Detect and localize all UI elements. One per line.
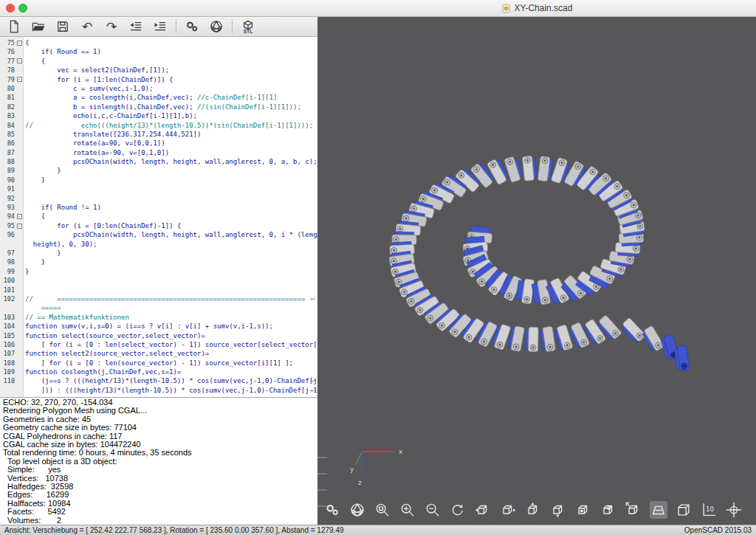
editor-line[interactable]: 90 } (0, 176, 317, 184)
editor-line[interactable]: 105function select(source_vector,select_… (0, 331, 317, 340)
scale-icon: 10 (701, 502, 717, 518)
code-editor[interactable]: 75-{76 if( Round == 1)77- {78 vec = sele… (0, 37, 317, 397)
editor-line[interactable]: 91 (0, 184, 317, 193)
orthogonal-button[interactable] (675, 501, 693, 519)
svg-text:z: z (358, 479, 362, 486)
open-file-button[interactable] (30, 18, 47, 35)
code-text (23, 286, 317, 294)
editor-line[interactable]: 83 echo(i,c,c-ChainDef[i-1][1],b); (0, 111, 317, 120)
code-text: pcsOChain(width, length, height, wall,an… (23, 157, 317, 166)
cube-right-icon (500, 502, 516, 518)
view-diagonal-button[interactable] (625, 501, 642, 519)
editor-line[interactable]: 103// == Mathematikfunktionen (0, 313, 317, 322)
save-button[interactable] (54, 18, 72, 35)
3d-viewport[interactable]: xyz 10 (317, 16, 756, 525)
redo-button[interactable]: ↷ (103, 18, 120, 35)
undo-button[interactable]: ↶ (78, 18, 96, 35)
zoom-in-button[interactable] (399, 501, 416, 519)
editor-line[interactable]: 92 (0, 194, 317, 203)
editor-line[interactable]: 101 (0, 286, 317, 294)
editor-line[interactable]: 77- { (0, 57, 317, 66)
console-panel[interactable]: ECHO: 32, 270, 270, -154.034Rendering Po… (0, 397, 317, 525)
view-top-button[interactable] (524, 501, 542, 519)
editor-line[interactable]: 107function select2(source_vector,select… (0, 349, 317, 358)
save-icon (55, 19, 70, 34)
editor-line[interactable]: 110 (j==s ? (((height/13)*(length-10.5))… (0, 376, 317, 385)
cube-top-icon (525, 502, 541, 518)
zoom-button[interactable] (18, 4, 27, 13)
editor-line[interactable]: 79- for (i = [1:len(ChainDef)]) { (0, 75, 317, 84)
editor-line[interactable]: 98 } (0, 258, 317, 266)
zoom-all-button[interactable] (374, 501, 391, 519)
render-button[interactable] (207, 18, 225, 35)
view-left-button[interactable] (474, 501, 492, 519)
gears-icon (324, 502, 340, 518)
undo-icon: ↶ (82, 19, 92, 34)
line-number-gutter: 89 (0, 166, 23, 175)
editor-line[interactable]: 85 translate([236.317,254.444,521]) (0, 130, 317, 139)
reset-view-button[interactable] (449, 501, 467, 519)
indent-button[interactable] (151, 18, 169, 35)
export-stl-button[interactable]: STL (239, 18, 257, 35)
editor-line[interactable]: 95- for (i = [0:len(ChainDef)-1]) { (0, 221, 317, 230)
unindent-button[interactable] (127, 18, 145, 35)
editor-line[interactable]: 99} (0, 267, 317, 276)
editor-line[interactable]: 80 c = sumv(vec,i-1,0); (0, 84, 317, 93)
perspective-button[interactable] (650, 501, 667, 519)
fold-marker-icon[interactable]: - (17, 58, 22, 63)
editor-line[interactable]: 93 if( Round != 1) (0, 203, 317, 212)
editor-line[interactable]: 100 (0, 276, 317, 285)
editor-line[interactable]: 81 a = coslength(i,ChainDef,vec); //c-Ch… (0, 93, 317, 102)
line-number-gutter: 104 (0, 322, 23, 331)
view-front-button[interactable] (574, 501, 592, 519)
code-text: translate([236.317,254.444,521]) (23, 130, 317, 139)
new-file-button[interactable] (5, 18, 23, 35)
editor-line[interactable]: 84// echo(((height/13)*(length-10.5))*(s… (0, 121, 317, 130)
line-wrap-icon: ↵ (310, 386, 316, 395)
fold-marker-icon[interactable]: - (17, 224, 22, 229)
line-number-gutter: 93 (0, 203, 23, 212)
code-text: for (i = [0:len(ChainDef)-1]) { (23, 221, 317, 230)
preview-button[interactable] (323, 501, 341, 519)
window-title: XY-Chain.scad (515, 3, 573, 13)
editor-line[interactable]: 78 vec = select2(ChainDef,[1]); (0, 66, 317, 75)
fold-marker-icon[interactable]: - (17, 214, 22, 219)
editor-line[interactable]: 97 } (0, 249, 317, 258)
editor-line[interactable]: 88 pcsOChain(width, length, height, wall… (0, 157, 317, 166)
view-back-button[interactable] (599, 501, 617, 519)
editor-line[interactable]: 75-{ (0, 38, 317, 47)
editor-line[interactable]: 82 b = sinlength(i,ChainDef,vec); //(sin… (0, 103, 317, 111)
editor-line[interactable]: 106 [ for (i = [0 : len(select_vector) -… (0, 340, 317, 349)
new-icon (7, 19, 21, 34)
line-number-gutter: 90 (0, 176, 23, 184)
editor-line[interactable]: 96 pcsOChain(width, length, height, wall… (0, 230, 317, 239)
editor-line[interactable]: 104function sumv(v,i,s=0) = (i==s ? v[i]… (0, 322, 317, 331)
preview-button[interactable] (183, 18, 201, 35)
editor-line[interactable]: ===== (0, 303, 317, 312)
editor-line[interactable]: 76 if( Round == 1) (0, 47, 317, 56)
zoom-out-button[interactable] (424, 501, 441, 519)
editor-line[interactable]: ])) : (((height/13)*(length-10.5)) * cos… (0, 386, 317, 395)
line-number-gutter: 85 (0, 130, 23, 139)
line-number-gutter (0, 303, 23, 312)
editor-line[interactable]: 94- { (0, 212, 317, 221)
line-number-gutter: 102 (0, 294, 23, 303)
code-text: function select2(source_vector,select_ve… (23, 349, 317, 358)
view-bottom-button[interactable] (549, 501, 567, 519)
crosshair-icon (726, 502, 742, 518)
editor-line[interactable]: 109function coslength(j,ChainDef,vec,s=1… (0, 367, 317, 376)
view-right-button[interactable] (499, 501, 517, 519)
editor-line[interactable]: height), 0, 30); (0, 240, 317, 249)
render-button[interactable] (348, 501, 366, 519)
line-number-gutter: 94- (0, 212, 23, 221)
close-button[interactable] (6, 4, 15, 13)
fold-marker-icon[interactable]: - (17, 41, 22, 46)
scale-markers-button[interactable]: 10 (700, 501, 718, 519)
editor-line[interactable]: 87 rotate(a=-90, v=[0,1,0]) (0, 148, 317, 157)
editor-line[interactable]: 102// ==================================… (0, 294, 317, 303)
crosshair-button[interactable] (725, 501, 743, 519)
editor-line[interactable]: 86 rotate(a=90, v=[0,0,1]) (0, 139, 317, 148)
editor-line[interactable]: 108 [ for (i = [0 : len(source_vector) -… (0, 359, 317, 367)
fold-marker-icon[interactable]: - (17, 77, 22, 82)
editor-line[interactable]: 89 } (0, 166, 317, 175)
